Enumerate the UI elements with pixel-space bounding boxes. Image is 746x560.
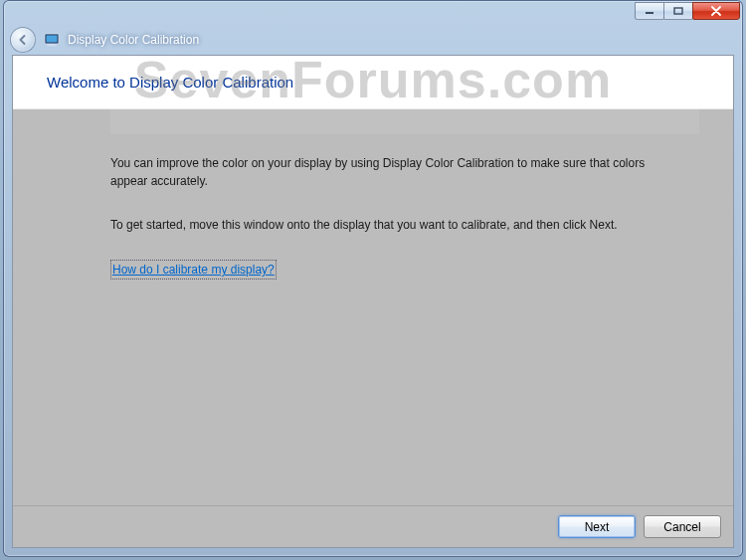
svg-rect-0 — [646, 12, 653, 14]
close-button[interactable] — [692, 2, 740, 20]
page-heading: Welcome to Display Color Calibration — [13, 56, 733, 109]
intro-paragraph-1: You can improve the color on your displa… — [110, 154, 663, 190]
wizard-window: Display Color Calibration Welcome to Dis… — [3, 0, 743, 557]
titlebar — [4, 1, 742, 25]
next-button[interactable]: Next — [558, 515, 636, 538]
footer-bar: Next Cancel — [13, 505, 733, 547]
help-link[interactable]: How do I calibrate my display? — [110, 260, 277, 280]
back-button[interactable] — [10, 27, 36, 53]
content-area: You can improve the color on your displa… — [13, 109, 733, 505]
svg-rect-4 — [49, 44, 55, 45]
cancel-button[interactable]: Cancel — [644, 515, 721, 538]
nav-row: Display Color Calibration — [4, 25, 742, 55]
intro-paragraph-2: To get started, move this window onto th… — [110, 216, 663, 234]
app-title: Display Color Calibration — [68, 33, 199, 47]
minimize-button[interactable] — [635, 2, 664, 20]
svg-rect-5 — [48, 45, 57, 46]
decorative-strip — [110, 108, 699, 134]
maximize-button[interactable] — [663, 2, 693, 20]
app-icon — [44, 32, 60, 48]
svg-rect-3 — [47, 36, 58, 43]
client-area: Welcome to Display Color Calibration You… — [12, 55, 734, 548]
svg-rect-1 — [674, 8, 682, 14]
